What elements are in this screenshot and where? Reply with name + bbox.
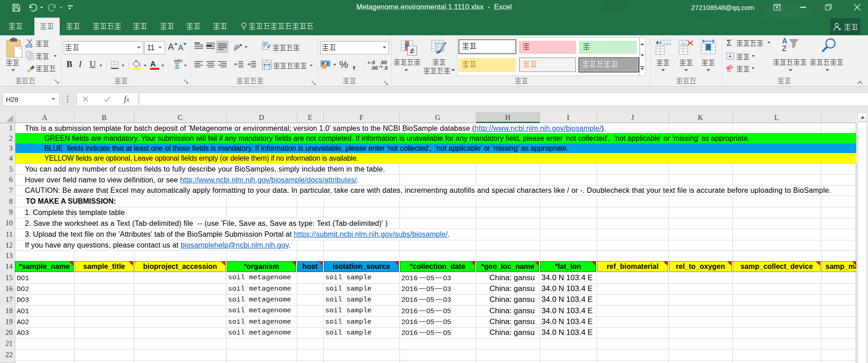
svg-text:ab: ab <box>234 43 240 51</box>
